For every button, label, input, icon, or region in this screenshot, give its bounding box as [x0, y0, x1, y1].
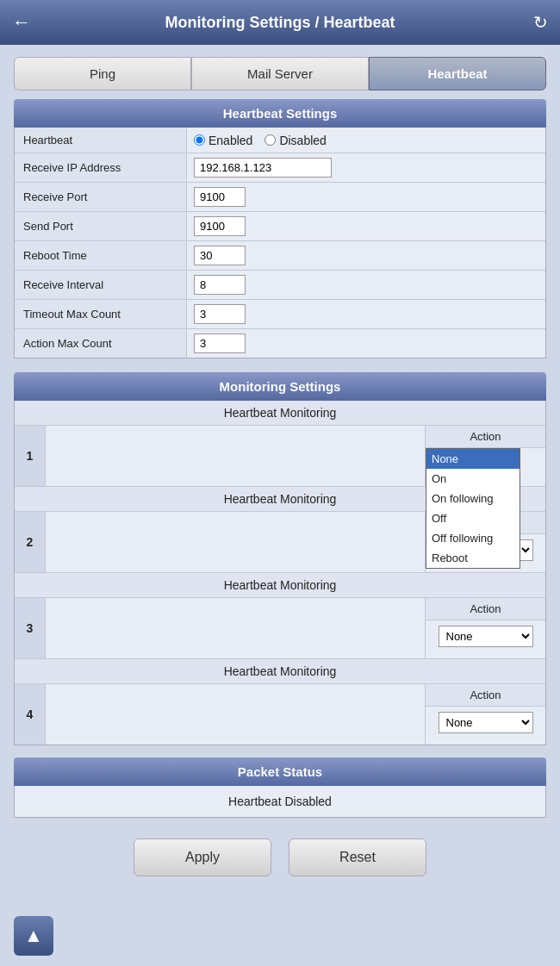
value-reboot-time	[187, 241, 545, 270]
tab-bar: Ping Mail Server Heartbeat	[0, 45, 560, 99]
monitor-1-dropdown-list: None On On following Off Off following R…	[426, 448, 520, 569]
monitor-3-subheader: Heartbeat Monitoring	[15, 573, 545, 598]
form-row-send-port: Send Port	[15, 212, 545, 241]
bottom-bar: Apply Reset	[0, 830, 560, 888]
monitor-1-option-reboot[interactable]: Reboot	[426, 548, 520, 568]
monitor-1-option-off[interactable]: Off	[426, 508, 520, 528]
monitor-block-3: Heartbeat Monitoring 3 Action None On On…	[15, 573, 545, 659]
label-receive-port: Receive Port	[15, 183, 187, 211]
label-heartbeat: Heartbeat	[15, 128, 187, 153]
monitor-1-option-off-following[interactable]: Off following	[426, 528, 520, 548]
form-row-receive-interval: Receive Interval	[15, 271, 545, 300]
value-action-max	[187, 329, 545, 358]
form-row-receive-port: Receive Port	[15, 183, 545, 212]
monitor-block-4: Heartbeat Monitoring 4 Action None On On…	[15, 659, 545, 745]
monitor-4-action: Action None On On following Off Off foll…	[425, 684, 545, 745]
label-receive-ip: Receive IP Address	[15, 153, 187, 182]
monitor-2-content	[46, 512, 425, 572]
tab-mail-server[interactable]: Mail Server	[191, 57, 369, 90]
monitor-3-row: 3 Action None On On following Off Off fo…	[15, 598, 545, 658]
form-row-reboot-time: Reboot Time	[15, 241, 545, 271]
monitor-1-number: 1	[15, 426, 46, 486]
monitor-4-number: 4	[15, 684, 46, 745]
monitor-1-row: 1 Action None On On following Off Off fo…	[15, 426, 545, 486]
monitor-3-dropdown: None On On following Off Off following R…	[426, 620, 545, 652]
form-row-timeout-max: Timeout Max Count	[15, 300, 545, 329]
form-row-receive-ip: Receive IP Address	[15, 153, 545, 183]
label-send-port: Send Port	[15, 212, 187, 240]
monitor-1-action-label: Action	[426, 426, 545, 448]
refresh-button[interactable]: ↻	[533, 12, 548, 33]
tab-ping[interactable]: Ping	[14, 57, 191, 90]
monitoring-settings-header: Monitoring Settings	[14, 372, 546, 401]
monitoring-settings-section: Heartbeat Monitoring 1 Action None On On…	[14, 401, 546, 745]
monitor-4-subheader: Heartbeat Monitoring	[15, 659, 545, 684]
label-timeout-max: Timeout Max Count	[15, 300, 187, 328]
input-receive-ip[interactable]	[194, 158, 332, 178]
radio-disabled-label: Disabled	[279, 134, 326, 147]
input-timeout-max[interactable]	[194, 304, 246, 324]
monitor-1-action: Action None On On following Off Off foll…	[425, 426, 545, 486]
packet-status-text: Heartbeat Disabled	[15, 786, 545, 817]
input-action-max[interactable]	[194, 333, 246, 353]
value-send-port	[187, 212, 545, 240]
monitor-4-dropdown: None On On following Off Off following R…	[426, 707, 545, 739]
monitor-1-option-none[interactable]: None	[426, 449, 520, 469]
heartbeat-settings-header: Heartbeat Settings	[14, 99, 546, 128]
value-receive-interval	[187, 271, 545, 299]
monitor-1-subheader: Heartbeat Monitoring	[15, 401, 545, 426]
monitor-2-number: 2	[15, 512, 46, 572]
monitor-1-option-on[interactable]: On	[426, 469, 520, 489]
value-heartbeat: Enabled Disabled	[187, 128, 545, 153]
label-action-max: Action Max Count	[15, 329, 187, 358]
radio-disabled-input[interactable]	[264, 134, 276, 146]
value-timeout-max	[187, 300, 545, 328]
radio-disabled[interactable]: Disabled	[264, 134, 326, 147]
label-reboot-time: Reboot Time	[15, 241, 187, 270]
monitor-1-content	[46, 426, 425, 486]
monitor-4-select[interactable]: None On On following Off Off following R…	[439, 712, 533, 733]
input-reboot-time[interactable]	[194, 246, 246, 265]
header-title: Monitoring Settings / Heartbeat	[165, 14, 395, 32]
monitor-1-option-on-following[interactable]: On following	[426, 489, 520, 508]
radio-enabled-input[interactable]	[194, 134, 205, 146]
monitor-block-1: Heartbeat Monitoring 1 Action None On On…	[15, 401, 545, 487]
header: ← Monitoring Settings / Heartbeat ↻	[0, 0, 560, 45]
form-row-action-max: Action Max Count	[15, 329, 545, 358]
upload-bar: ▲	[0, 909, 560, 966]
monitor-4-row: 4 Action None On On following Off Off fo…	[15, 684, 545, 745]
label-receive-interval: Receive Interval	[15, 271, 187, 299]
packet-status-header: Packet Status	[14, 757, 546, 786]
monitor-3-select[interactable]: None On On following Off Off following R…	[439, 626, 533, 647]
monitor-3-action-label: Action	[426, 598, 545, 620]
monitor-3-content	[46, 598, 425, 658]
tab-heartbeat[interactable]: Heartbeat	[369, 57, 546, 90]
monitor-3-action: Action None On On following Off Off foll…	[425, 598, 545, 658]
monitor-4-content	[46, 684, 425, 745]
monitor-3-number: 3	[15, 598, 46, 658]
radio-enabled[interactable]: Enabled	[194, 134, 252, 147]
apply-button[interactable]: Apply	[134, 838, 271, 876]
input-receive-interval[interactable]	[194, 275, 246, 295]
upload-button[interactable]: ▲	[14, 916, 53, 956]
value-receive-ip	[187, 153, 545, 182]
radio-enabled-label: Enabled	[208, 134, 252, 147]
monitor-4-action-label: Action	[426, 684, 545, 707]
heartbeat-settings-form: Heartbeat Enabled Disabled Receive IP Ad…	[14, 128, 546, 358]
packet-status-section: Heartbeat Disabled	[14, 786, 546, 818]
monitor-1-dropdown-container: None On On following Off Off following R…	[426, 448, 545, 458]
input-receive-port[interactable]	[194, 187, 246, 207]
value-receive-port	[187, 183, 545, 211]
form-row-heartbeat: Heartbeat Enabled Disabled	[15, 128, 545, 153]
input-send-port[interactable]	[194, 216, 246, 236]
reset-button[interactable]: Reset	[289, 838, 426, 876]
back-button[interactable]: ←	[12, 11, 31, 34]
